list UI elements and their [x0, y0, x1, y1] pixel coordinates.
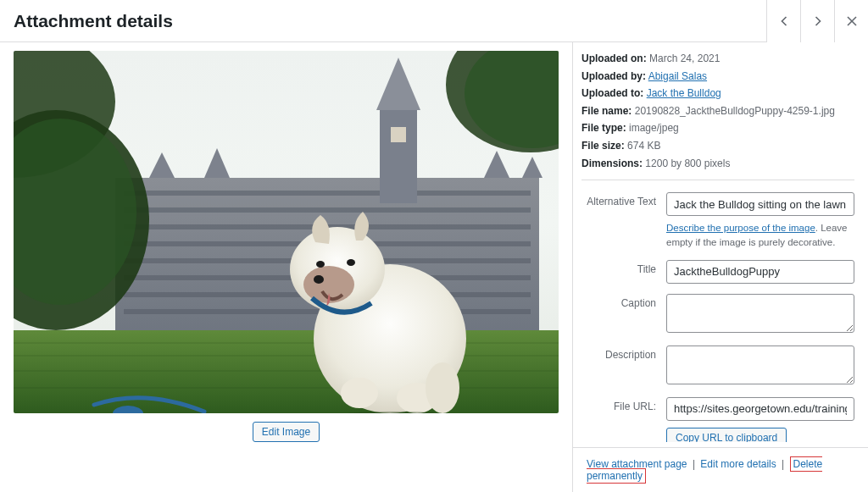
- alt-text-input[interactable]: [666, 192, 854, 216]
- file-type-value: image/jpeg: [629, 122, 679, 134]
- file-size-value: 674 KB: [627, 140, 660, 152]
- next-button[interactable]: [800, 0, 834, 42]
- svg-point-33: [314, 275, 324, 284]
- chevron-right-icon: [810, 13, 826, 30]
- preview-image: [14, 51, 559, 413]
- file-url-field: File URL: Copy URL to clipboard: [581, 397, 854, 443]
- file-size-label: File size:: [581, 140, 625, 152]
- close-button[interactable]: [834, 0, 868, 42]
- caption-input[interactable]: [666, 294, 854, 333]
- alt-text-label: Alternative Text: [581, 192, 666, 207]
- svg-rect-5: [124, 207, 531, 213]
- edit-image-button[interactable]: Edit Image: [253, 422, 320, 442]
- svg-point-38: [426, 362, 459, 413]
- uploaded-to-label: Uploaded to:: [581, 87, 643, 99]
- svg-rect-18: [391, 127, 406, 142]
- attachment-meta: Uploaded on: March 24, 2021 Uploaded by:…: [581, 51, 854, 171]
- file-url-label: File URL:: [581, 397, 666, 412]
- details-footer: View attachment page | Edit more details…: [573, 447, 868, 492]
- file-name-value: 20190828_JacktheBulldogPuppy-4259-1.jpg: [635, 105, 835, 117]
- uploaded-by-label: Uploaded by:: [581, 70, 646, 82]
- details-pane: Uploaded on: March 24, 2021 Uploaded by:…: [573, 42, 868, 492]
- svg-point-35: [347, 259, 355, 266]
- meta-divider: [581, 180, 854, 180]
- description-input[interactable]: [666, 346, 854, 384]
- details-scroll[interactable]: Uploaded on: March 24, 2021 Uploaded by:…: [573, 42, 868, 442]
- alt-text-help-link[interactable]: Describe the purpose of the image: [666, 223, 815, 233]
- uploaded-by-link[interactable]: Abigail Salas: [648, 70, 707, 82]
- uploaded-on-label: Uploaded on:: [581, 53, 647, 64]
- description-label: Description: [581, 346, 666, 361]
- modal-title: Attachment details: [14, 11, 173, 31]
- title-label: Title: [581, 260, 666, 275]
- prev-button[interactable]: [766, 0, 800, 42]
- description-field: Description: [581, 346, 854, 387]
- dimensions-label: Dimensions:: [581, 158, 643, 169]
- alt-text-field: Alternative Text Describe the purpose of…: [581, 192, 854, 249]
- attachment-preview: [14, 51, 559, 413]
- uploaded-to-link[interactable]: Jack the Bulldog: [647, 87, 721, 99]
- title-input[interactable]: [666, 260, 854, 284]
- svg-rect-4: [124, 191, 531, 196]
- file-url-input[interactable]: [666, 397, 854, 421]
- copy-url-button[interactable]: Copy URL to clipboard: [666, 428, 787, 443]
- file-name-label: File name:: [581, 105, 632, 117]
- svg-rect-16: [380, 110, 417, 203]
- modal-body: Edit Image Uploaded on: March 24, 2021 U…: [0, 42, 868, 492]
- edit-more-details-link[interactable]: Edit more details: [700, 458, 776, 470]
- caption-field: Caption: [581, 294, 854, 335]
- uploaded-on-value: March 24, 2021: [649, 53, 720, 64]
- chevron-left-icon: [776, 13, 793, 30]
- dimensions-value: 1200 by 800 pixels: [645, 158, 730, 169]
- title-field: Title: [581, 260, 854, 284]
- caption-label: Caption: [581, 294, 666, 309]
- svg-point-36: [341, 378, 378, 408]
- alt-text-helper: Describe the purpose of the image. Leave…: [666, 221, 854, 249]
- modal-header: Attachment details: [0, 0, 868, 42]
- attachment-details-modal: Attachment details: [0, 0, 868, 492]
- close-icon: [843, 13, 860, 30]
- header-buttons: [766, 0, 868, 41]
- preview-pane: Edit Image: [0, 42, 573, 492]
- svg-point-34: [316, 261, 325, 268]
- file-type-label: File type:: [581, 122, 626, 134]
